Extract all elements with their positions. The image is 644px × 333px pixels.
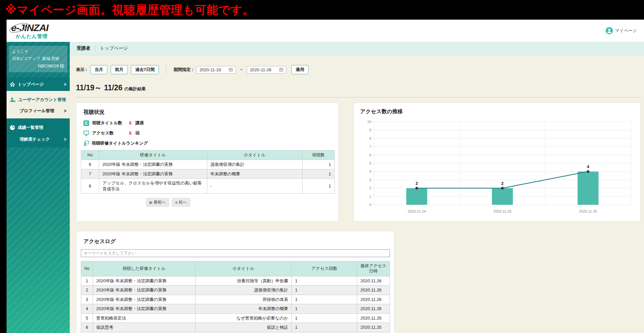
cell-subtitle: 扶養控除等（異動）申告書 [195, 276, 292, 286]
svg-text:9: 9 [369, 128, 371, 132]
app-window: e-JINZAI かんたん管理 マイページ ようこそ 日本ビズアップ 新城 宏樹… [7, 20, 644, 333]
sidebar-item-top-page[interactable]: トップページ > [7, 78, 70, 91]
date-to-field[interactable] [247, 66, 286, 74]
access-log-title: アクセスログ [83, 238, 390, 245]
cell-title: 2020年版 年末調整・法定調書の実務 [93, 276, 195, 286]
cell-subtitle: 源泉徴収簿の集計 [195, 286, 292, 295]
sidebar: ようこそ 日本ビズアップ 新城 宏樹 NBC06029 様 トップページ > [7, 42, 70, 333]
svg-text:4: 4 [587, 164, 590, 169]
prev-page-button[interactable]: < 前へ [172, 198, 191, 207]
access-count-value: 8 [129, 131, 132, 136]
cell-count: 1 [292, 295, 357, 304]
breadcrumb-section: 受講者 [77, 45, 90, 51]
last-month-button[interactable]: 前月 [111, 65, 128, 74]
chevron-right-icon: > [64, 137, 66, 142]
cell-count: 1 [292, 304, 357, 314]
svg-text:6: 6 [369, 153, 371, 157]
cell-no: 1 [81, 276, 93, 286]
bar-line-chart: 0123456789102242020-11-242020-11-252020-… [360, 118, 634, 216]
pagination: |< 最初へ < 前へ [81, 198, 334, 207]
cell-no: 5 [81, 313, 93, 323]
cell-subtitle: なぜ営業戦略が必要なのか [195, 313, 292, 323]
svg-text:2: 2 [501, 181, 504, 186]
sidebar-item-comprehension-check[interactable]: 理解度チェック > [7, 133, 70, 143]
access-log-table: No 視聴した研修タイトル 小タイトル アクセス回数 最終アクセス日時 1202… [81, 261, 390, 333]
sidebar-item-score-mgmt[interactable]: 成績一覧管理 [7, 122, 70, 133]
table-row: 62020年版 年末調整・法定調書の実務源泉徴収簿の集計1 [81, 160, 335, 169]
access-log-card: アクセスログ No 視聴した研修タイトル 小タイトル アクセス回数 最終アクセス… [76, 231, 395, 333]
main-area: 受講者 トップページ 表示 : 当月 前月 過去7日間 期間指定 : [70, 42, 644, 333]
cell-date: 2020.11.26 [357, 276, 390, 286]
mypage-label: マイページ [615, 28, 637, 34]
mypage-link[interactable]: マイページ [606, 27, 637, 34]
cards-row: 視聴状況 視聴タイトル数 8 講座 [76, 102, 641, 222]
ranking-table-body: 62020年版 年末調整・法定調書の実務源泉徴収簿の集計172020年版 年末調… [81, 160, 335, 194]
date-from-field[interactable] [196, 66, 236, 74]
chevron-right-icon: > [64, 82, 66, 87]
svg-text:4: 4 [369, 169, 371, 173]
sidebar-group-user: ユーザーアカウント管理 プロフィール管理 > [7, 91, 70, 118]
ranking-label-row: 視聴研修タイトルランキング [83, 140, 334, 146]
list-icon [83, 120, 89, 126]
access-log-header-row: No 視聴した研修タイトル 小タイトル アクセス回数 最終アクセス日時 [81, 261, 390, 276]
cell-title: 2020年版 年末調整・法定調書の実務 [93, 286, 195, 295]
svg-text:5: 5 [369, 161, 371, 165]
heading-divider [76, 97, 641, 97]
filter-divider [166, 65, 166, 74]
welcome-account: NBC06029 様 [12, 63, 64, 69]
cell-no: 4 [81, 304, 93, 314]
sidebar-item-profile-mgmt[interactable]: プロフィール管理 > [7, 105, 70, 114]
keyword-search-input[interactable] [81, 249, 390, 257]
date-from-input[interactable] [199, 67, 226, 72]
presenter-icon [83, 141, 89, 146]
date-to-input[interactable] [250, 67, 277, 72]
cell-title: 2020年版 年末調整・法定調書の実務 [99, 169, 207, 179]
breadcrumb: 受講者 トップページ [70, 42, 644, 55]
cell-date: 2020.11.25 [357, 323, 390, 332]
cell-count: 1 [292, 313, 357, 323]
first-page-button[interactable]: |< 最初へ [146, 198, 169, 207]
viewing-status-card: 視聴状況 視聴タイトル数 8 講座 [76, 102, 339, 222]
svg-text:0: 0 [369, 203, 371, 207]
access-trend-chart: 0123456789102242020-11-242020-11-252020-… [360, 118, 634, 217]
cell-subtitle: - [207, 179, 303, 194]
summary-suffix: の集計結果 [124, 86, 146, 91]
welcome-box: ようこそ 日本ビズアップ 新城 宏樹 NBC06029 様 [9, 46, 67, 72]
table-row: 6仮説思考仮説と検証12020.11.25 [81, 323, 390, 332]
summary-range: 11/19～ 11/26 [76, 83, 122, 92]
cell-count: 1 [303, 169, 335, 179]
cell-no: 8 [81, 179, 99, 194]
cell-count: 1 [303, 179, 335, 194]
table-row: 8アップセル、クロスセルを増やす収益性の高い顧客育成手法-1 [81, 179, 335, 194]
welcome-user: 日本ビズアップ 新城 宏樹 [12, 56, 64, 61]
table-row: 72020年版 年末調整・法定調書の実務年末調整の概要1 [81, 169, 335, 179]
this-month-button[interactable]: 当月 [90, 65, 107, 74]
chevron-right-icon: > [64, 108, 66, 114]
logo: e-JINZAI かんたん管理 [11, 23, 48, 39]
cell-title: アップセル、クロスセルを増やす収益性の高い顧客育成手法 [99, 179, 207, 194]
cell-title: 2020年版 年末調整・法定調書の実務 [99, 160, 207, 169]
cell-count: 1 [292, 286, 357, 295]
cell-title: 2020年版 年末調整・法定調書の実務 [93, 295, 195, 304]
svg-text:2020-11-25: 2020-11-25 [493, 209, 511, 213]
access-trend-title: アクセス数の推移 [360, 108, 634, 115]
svg-text:1: 1 [369, 195, 371, 199]
cell-no: 3 [81, 295, 93, 304]
table-row: 22020年版 年末調整・法定調書の実務源泉徴収簿の集計12020.11.26 [81, 286, 390, 295]
calendar-icon [229, 67, 233, 72]
cell-subtitle: 源泉徴収簿の集計 [207, 160, 303, 169]
calendar-icon [279, 67, 283, 72]
user-gear-icon [10, 97, 16, 102]
titles-watched-value: 8 [129, 120, 132, 126]
svg-text:3: 3 [369, 178, 371, 182]
apply-button[interactable]: 適用 [291, 65, 308, 74]
access-trend-card: アクセス数の推移 0123456789102242020-11-242020-1… [353, 102, 641, 222]
period-label: 期間指定 : [174, 67, 193, 73]
cell-date: 2020.11.26 [357, 304, 390, 314]
app-header: e-JINZAI かんたん管理 マイページ [7, 20, 644, 42]
summary-heading: 11/19～ 11/26の集計結果 [76, 83, 641, 93]
past-7days-button[interactable]: 過去7日間 [131, 65, 159, 74]
sidebar-item-user-account-mgmt[interactable]: ユーザーアカウント管理 [7, 94, 70, 105]
ranking-header-row: No 研修タイトル 小タイトル 視聴数 [81, 150, 335, 160]
cell-no: 2 [81, 286, 93, 295]
